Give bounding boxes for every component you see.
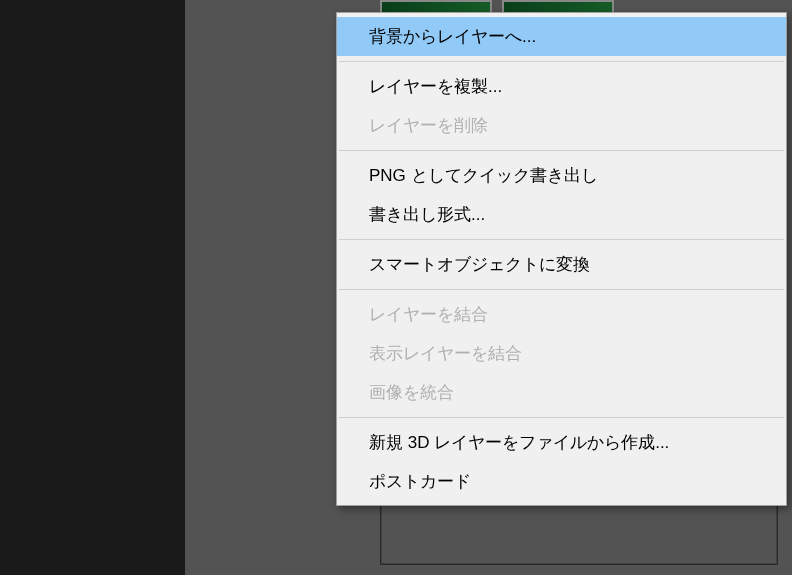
menu-item-11: 表示レイヤーを結合 — [337, 334, 786, 373]
menu-separator — [339, 289, 784, 290]
menu-item-6[interactable]: 書き出し形式... — [337, 195, 786, 234]
menu-item-5[interactable]: PNG としてクイック書き出し — [337, 156, 786, 195]
menu-item-2[interactable]: レイヤーを複製... — [337, 67, 786, 106]
menu-separator — [339, 239, 784, 240]
menu-item-15[interactable]: ポストカード — [337, 462, 786, 501]
menu-item-12: 画像を統合 — [337, 373, 786, 412]
menu-item-8[interactable]: スマートオブジェクトに変換 — [337, 245, 786, 284]
menu-item-10: レイヤーを結合 — [337, 295, 786, 334]
menu-item-3: レイヤーを削除 — [337, 106, 786, 145]
menu-item-0[interactable]: 背景からレイヤーへ... — [337, 17, 786, 56]
menu-separator — [339, 61, 784, 62]
context-menu: 背景からレイヤーへ...レイヤーを複製...レイヤーを削除PNG としてクイック… — [336, 12, 787, 506]
menu-item-14[interactable]: 新規 3D レイヤーをファイルから作成... — [337, 423, 786, 462]
menu-separator — [339, 150, 784, 151]
menu-separator — [339, 417, 784, 418]
